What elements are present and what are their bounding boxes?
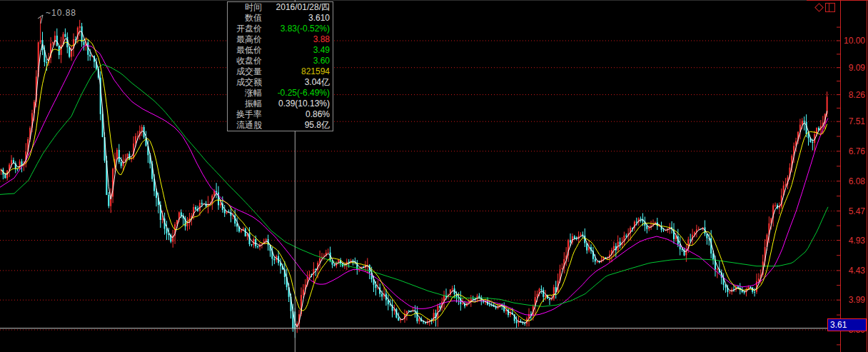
tooltip-value: 3.04亿	[262, 77, 333, 88]
tooltip-value: 3.610	[262, 13, 333, 24]
tooltip-row: 收盘价3.60	[228, 56, 333, 66]
tooltip-value: 3.49	[262, 45, 333, 56]
tooltip-row: 最低价3.49	[228, 45, 333, 56]
tooltip-row: 流通股95.8亿	[228, 120, 333, 131]
tooltip-row: 换手率0.86%	[228, 109, 333, 120]
tooltip-row: 数值3.610	[228, 13, 333, 24]
crosshair-price-badge: 3.61	[827, 318, 867, 331]
price-axis-label: 10.00	[843, 36, 865, 46]
tooltip-label: 振幅	[228, 99, 262, 109]
tooltip-value: 0.39(10.13%)	[262, 99, 333, 109]
data-readout-panel: 时间2016/01/28/四数值3.610开盘价3.83(-0.52%)最高价3…	[227, 1, 333, 131]
split-window-icon-divider	[829, 4, 829, 11]
tooltip-label: 最低价	[228, 45, 262, 56]
tooltip-row: 成交额3.04亿	[228, 77, 333, 88]
tooltip-value: -0.25(-6.49%)	[262, 88, 333, 99]
tooltip-label: 最高价	[228, 34, 262, 45]
price-axis-label: 4.43	[843, 266, 865, 276]
stock-chart-screen: ~10.88 时间2016/01/28/四数值3.610开盘价3.83(-0.5…	[0, 0, 868, 352]
tooltip-value: 3.88	[262, 34, 333, 45]
candles-layer	[1, 17, 828, 338]
tooltip-label: 开盘价	[228, 24, 262, 34]
tooltip-label: 换手率	[228, 109, 262, 120]
tooltip-row: 开盘价3.83(-0.52%)	[228, 24, 333, 34]
tooltip-value: 821594	[262, 66, 333, 77]
price-axis-label: 4.93	[843, 236, 865, 246]
tooltip-label: 流通股	[228, 120, 262, 131]
tooltip-value: 0.86%	[262, 109, 333, 120]
tooltip-value: 95.8亿	[262, 120, 333, 131]
tooltip-row: 成交量821594	[228, 66, 333, 77]
price-axis-label: 6.76	[843, 146, 865, 156]
tooltip-row: 时间2016/01/28/四	[228, 2, 333, 13]
tooltip-label: 成交额	[228, 77, 262, 88]
peak-price-annotation: ~10.88	[46, 8, 76, 18]
ma-fast-line	[1, 31, 827, 328]
tooltip-label: 时间	[228, 2, 262, 13]
split-window-icon[interactable]	[825, 3, 835, 12]
crosshair	[0, 0, 827, 352]
gridlines-layer	[0, 41, 838, 330]
tooltip-label: 涨幅	[228, 88, 262, 99]
kline-chart-canvas[interactable]	[0, 0, 868, 352]
tooltip-row: 最高价3.88	[228, 34, 333, 45]
price-axis-label: 7.51	[843, 116, 865, 126]
tooltip-row: 涨幅-0.25(-6.49%)	[228, 88, 333, 99]
tooltip-label: 收盘价	[228, 56, 262, 66]
price-axis-label: 8.26	[843, 90, 865, 100]
tooltip-label: 成交量	[228, 66, 262, 77]
tooltip-label: 数值	[228, 13, 262, 24]
price-axis-label: 3.99	[843, 295, 865, 305]
price-axis-label: 9.09	[843, 63, 865, 73]
price-axis-label: 6.08	[843, 176, 865, 186]
tooltip-value: 2016/01/28/四	[262, 2, 333, 13]
tooltip-row: 振幅0.39(10.13%)	[228, 99, 333, 109]
ma-slow-line	[0, 45, 828, 315]
ma-mid-line	[1, 39, 827, 321]
tooltip-value: 3.83(-0.52%)	[262, 24, 333, 34]
price-axis-label: 5.47	[843, 206, 865, 216]
tooltip-value: 3.60	[262, 56, 333, 66]
